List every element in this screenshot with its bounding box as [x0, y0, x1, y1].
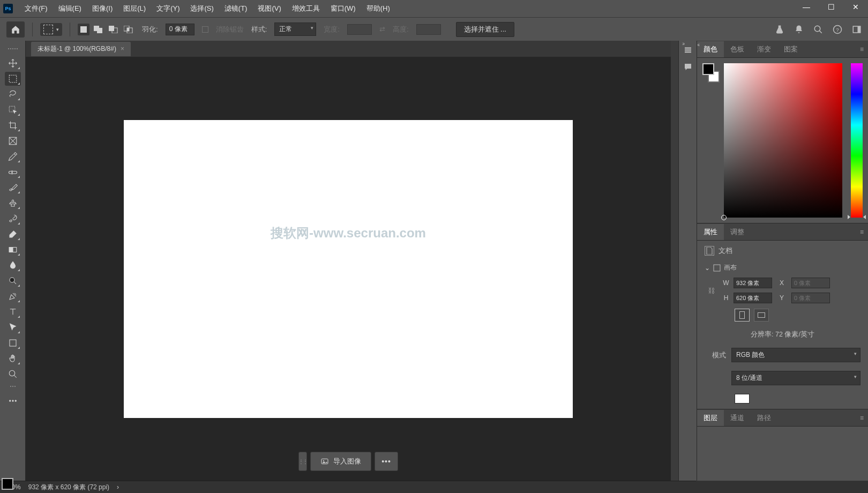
menu-plugins[interactable]: 增效工具: [287, 2, 325, 16]
selection-subtract[interactable]: [108, 24, 119, 35]
hand-tool[interactable]: [5, 352, 21, 365]
menu-window[interactable]: 窗口(W): [325, 2, 361, 16]
tab-paths[interactable]: 路径: [751, 410, 777, 426]
taskbar-more-button[interactable]: •••: [375, 452, 398, 471]
window-close[interactable]: ✕: [843, 0, 868, 14]
type-tool[interactable]: [5, 305, 21, 319]
panel-menu-icon[interactable]: ≡: [856, 46, 868, 53]
width-input[interactable]: [734, 278, 772, 288]
taskbar-drag-handle[interactable]: ⋮⋮: [298, 452, 307, 471]
doc-dimensions[interactable]: 932 像素 x 620 像素 (72 ppi): [28, 483, 109, 492]
tab-channels[interactable]: 通道: [724, 410, 751, 426]
menu-help[interactable]: 帮助(H): [361, 2, 395, 16]
fg-bg-swatch[interactable]: [702, 63, 720, 83]
color-cursor: [721, 215, 727, 220]
close-document-icon[interactable]: ×: [121, 45, 124, 53]
feather-label: 羽化:: [142, 25, 158, 34]
menu-file[interactable]: 文件(F): [19, 2, 53, 16]
edit-toolbar[interactable]: [5, 394, 21, 408]
collapse-panel-icon[interactable]: ‹‹: [697, 41, 699, 48]
path-select-tool[interactable]: [5, 320, 21, 334]
pen-tool[interactable]: [5, 289, 21, 303]
svg-rect-0: [80, 26, 87, 33]
canvas[interactable]: 搜软网-www.secruan.com: [124, 120, 573, 418]
comment-panel-icon[interactable]: [683, 62, 693, 72]
history-panel-icon[interactable]: [683, 45, 693, 55]
height-input[interactable]: [734, 293, 772, 303]
color-mode-select[interactable]: RGB 颜色: [731, 348, 860, 362]
zoom-tool[interactable]: [5, 367, 21, 381]
select-and-mask-button[interactable]: 选择并遮住 ...: [456, 22, 514, 37]
menu-edit[interactable]: 编辑(E): [53, 2, 87, 16]
gradient-tool[interactable]: [5, 243, 21, 257]
tab-patterns[interactable]: 图案: [777, 41, 804, 57]
eraser-tool[interactable]: [5, 227, 21, 241]
marquee-tool[interactable]: [5, 72, 21, 86]
marquee-icon: [43, 25, 53, 34]
clone-stamp-tool[interactable]: [5, 196, 21, 210]
toolbar-fg-swatch[interactable]: [2, 478, 13, 490]
svg-rect-7: [127, 28, 129, 31]
feather-input[interactable]: [166, 24, 194, 35]
blur-tool[interactable]: [5, 258, 21, 272]
menu-image[interactable]: 图像(I): [87, 2, 118, 16]
tab-gradients[interactable]: 渐变: [751, 41, 777, 57]
tab-properties[interactable]: 属性: [697, 224, 724, 240]
selection-new[interactable]: [78, 24, 89, 35]
frame-tool[interactable]: [5, 134, 21, 148]
menu-select[interactable]: 选择(S): [185, 2, 219, 16]
help-icon[interactable]: ?: [833, 25, 842, 34]
portrait-button[interactable]: [735, 309, 750, 322]
toolbar-grip[interactable]: [5, 48, 21, 51]
lasso-tool[interactable]: [5, 87, 21, 101]
canvas-viewport[interactable]: 搜软网-www.secruan.com ⋮⋮ 导入图像 •••: [26, 57, 671, 481]
background-color-well[interactable]: [735, 394, 750, 404]
status-bar: 100% 932 像素 x 620 像素 (72 ppi) ›: [0, 481, 696, 493]
selection-add[interactable]: [93, 24, 104, 35]
status-arrow-icon[interactable]: ›: [117, 483, 119, 491]
expand-panel-icon[interactable]: ››: [682, 40, 684, 47]
home-button[interactable]: [6, 21, 25, 38]
healing-brush-tool[interactable]: [5, 165, 21, 179]
eyedropper-tool[interactable]: [5, 150, 21, 163]
link-wh-icon[interactable]: ⛓: [707, 287, 715, 295]
fg-color-swatch[interactable]: [702, 63, 714, 75]
tab-layers[interactable]: 图层: [697, 410, 724, 426]
search-icon[interactable]: [813, 25, 823, 34]
menu-layer[interactable]: 图层(L): [118, 2, 151, 16]
color-panel-header: ‹‹ 颜色 色板 渐变 图案 ≡: [697, 41, 868, 58]
color-field[interactable]: [724, 63, 842, 218]
menu-filter[interactable]: 滤镜(T): [219, 2, 253, 16]
document-tab[interactable]: 未标题-1 @ 100%(RGB/8#) ×: [31, 42, 131, 56]
dodge-tool[interactable]: [5, 274, 21, 288]
hue-slider[interactable]: [851, 63, 863, 218]
window-minimize[interactable]: —: [794, 0, 819, 14]
import-image-button[interactable]: 导入图像: [310, 452, 371, 471]
tab-color[interactable]: 颜色: [697, 41, 724, 57]
landscape-button[interactable]: [754, 309, 769, 322]
move-tool[interactable]: [5, 56, 21, 70]
tool-preset-picker[interactable]: ▾: [40, 23, 62, 36]
menu-type[interactable]: 文字(Y): [151, 2, 185, 16]
canvas-section-icon: [713, 264, 721, 272]
style-select[interactable]: 正常: [274, 23, 316, 36]
flask-icon[interactable]: [775, 25, 784, 34]
panel-menu-icon[interactable]: ≡: [856, 228, 868, 236]
shape-tool[interactable]: [5, 336, 21, 350]
selection-intersect[interactable]: [123, 24, 134, 35]
menu-view[interactable]: 视图(V): [252, 2, 286, 16]
canvas-section-header[interactable]: ⌄ 画布: [705, 263, 860, 272]
svg-rect-30: [714, 265, 720, 271]
tab-adjustments[interactable]: 调整: [724, 224, 751, 240]
crop-tool[interactable]: [5, 118, 21, 132]
history-brush-tool[interactable]: [5, 212, 21, 226]
bit-depth-select[interactable]: 8 位/通道: [731, 371, 860, 385]
window-maximize[interactable]: ☐: [819, 0, 843, 14]
object-select-tool[interactable]: [5, 103, 21, 117]
brush-tool[interactable]: [5, 181, 21, 195]
bell-icon[interactable]: [794, 25, 804, 34]
panel-menu-icon[interactable]: ≡: [856, 414, 868, 422]
tab-swatches[interactable]: 色板: [724, 41, 751, 57]
workspace-switcher-icon[interactable]: [852, 25, 862, 34]
canvas-vertical-scrollbar[interactable]: [671, 41, 678, 481]
